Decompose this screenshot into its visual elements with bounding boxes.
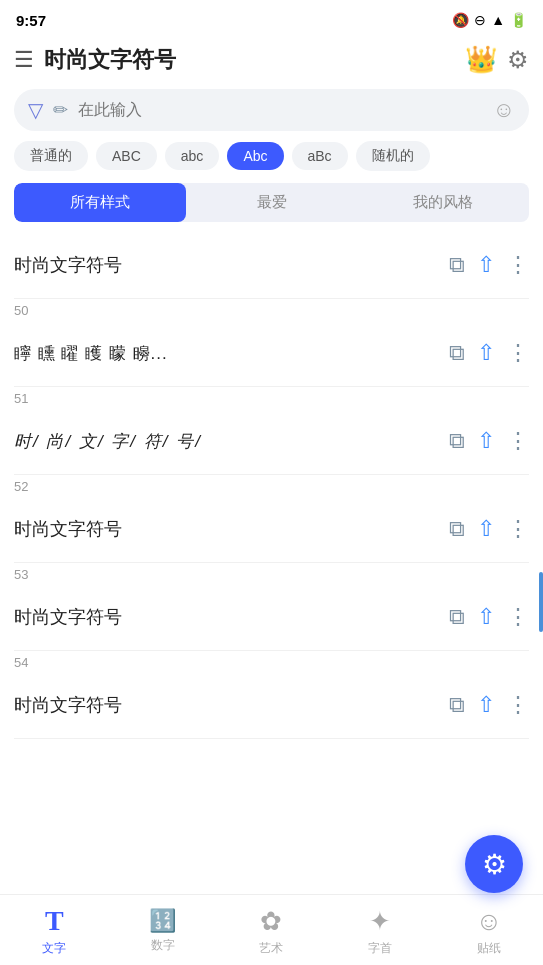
list-item-actions: ⧉ ⇧ ⋮ — [449, 692, 529, 718]
more-icon[interactable]: ⋮ — [507, 340, 529, 366]
page-title: 时尚文字符号 — [44, 45, 455, 75]
list-item-actions: ⧉ ⇧ ⋮ — [449, 252, 529, 278]
copy-icon[interactable]: ⧉ — [449, 252, 465, 278]
emoji-icon[interactable]: ☺ — [493, 97, 515, 123]
nav-item-initials[interactable]: ✦ 字首 — [326, 896, 435, 965]
numbers-icon: 🔢 — [149, 908, 176, 934]
fab-button[interactable]: ⚙ — [465, 835, 523, 893]
search-bar: ▽ ✏ ☺ — [14, 89, 529, 131]
more-icon[interactable]: ⋮ — [507, 428, 529, 454]
list-item-text: 时尚文字符号 — [14, 693, 443, 717]
share-icon[interactable]: ⇧ — [477, 692, 495, 718]
crown-icon[interactable]: 👑 — [465, 44, 497, 75]
section-header-50: 50 — [0, 299, 543, 320]
share-icon[interactable]: ⇧ — [477, 516, 495, 542]
status-time: 9:57 — [16, 12, 46, 29]
list-item-actions: ⧉ ⇧ ⋮ — [449, 428, 529, 454]
list-item: 时尚文字符号 ⧉ ⇧ ⋮ — [0, 584, 543, 650]
text-icon: T — [45, 905, 64, 937]
list-item-actions: ⧉ ⇧ ⋮ — [449, 340, 529, 366]
list-item-actions: ⧉ ⇧ ⋮ — [449, 516, 529, 542]
share-icon[interactable]: ⇧ — [477, 340, 495, 366]
chip-abc-title[interactable]: Abc — [227, 142, 283, 170]
list-item: 矃 矄 矅 矆 矇 矈... ⧉ ⇧ ⋮ — [0, 320, 543, 386]
copy-icon[interactable]: ⧉ — [449, 692, 465, 718]
main-content: 时尚文字符号 ⧉ ⇧ ⋮ 50 矃 矄 矅 矆 矇 矈... ⧉ ⇧ ⋮ 51 … — [0, 232, 543, 819]
share-icon[interactable]: ⇧ — [477, 428, 495, 454]
battery-icon: 🔋 — [510, 12, 527, 28]
minus-circle-icon: ⊖ — [474, 12, 486, 28]
more-icon[interactable]: ⋮ — [507, 604, 529, 630]
tab-all-styles[interactable]: 所有样式 — [14, 183, 186, 222]
nav-label-initials: 字首 — [368, 940, 392, 957]
chip-abc-camel[interactable]: aBc — [292, 142, 348, 170]
nav-item-art[interactable]: ✿ 艺术 — [217, 896, 326, 965]
list-item-text: 时/ 尚/ 文/ 字/ 符/ 号/ — [14, 430, 443, 453]
list-item: 时/ 尚/ 文/ 字/ 符/ 号/ ⧉ ⇧ ⋮ — [0, 408, 543, 474]
wifi-icon: ▲ — [491, 12, 505, 28]
nav-label-numbers: 数字 — [151, 937, 175, 954]
bottom-nav: T 文字 🔢 数字 ✿ 艺术 ✦ 字首 ☺ 贴纸 — [0, 894, 543, 965]
top-bar: ☰ 时尚文字符号 👑 ⚙ — [0, 36, 543, 83]
more-icon[interactable]: ⋮ — [507, 692, 529, 718]
list-item-actions: ⧉ ⇧ ⋮ — [449, 604, 529, 630]
scroll-indicator — [539, 572, 543, 632]
filter-icon[interactable]: ▽ — [28, 98, 43, 122]
nav-item-numbers[interactable]: 🔢 数字 — [109, 898, 218, 962]
nav-item-text[interactable]: T 文字 — [0, 895, 109, 965]
fab-settings-icon: ⚙ — [482, 848, 507, 881]
chip-abc-lower[interactable]: abc — [165, 142, 220, 170]
share-icon[interactable]: ⇧ — [477, 252, 495, 278]
list-item-content: 时尚文字符号 — [14, 517, 443, 541]
copy-icon[interactable]: ⧉ — [449, 604, 465, 630]
copy-icon[interactable]: ⧉ — [449, 428, 465, 454]
divider — [14, 738, 529, 739]
more-icon[interactable]: ⋮ — [507, 516, 529, 542]
initials-icon: ✦ — [369, 906, 391, 937]
art-icon: ✿ — [260, 906, 282, 937]
menu-icon[interactable]: ☰ — [14, 47, 34, 73]
list-item: 时尚文字符号 ⧉ ⇧ ⋮ — [0, 672, 543, 738]
list-item-content: 时/ 尚/ 文/ 字/ 符/ 号/ — [14, 430, 443, 453]
tab-favorites[interactable]: 最爱 — [186, 183, 358, 222]
nav-label-text: 文字 — [42, 940, 66, 957]
chip-normal[interactable]: 普通的 — [14, 141, 88, 171]
settings-icon[interactable]: ⚙ — [507, 46, 529, 74]
list-item-text: 时尚文字符号 — [14, 517, 443, 541]
list-item-content: 矃 矄 矅 矆 矇 矈... — [14, 342, 443, 365]
status-icons: 🔕 ⊖ ▲ 🔋 — [452, 12, 527, 28]
list-item: 时尚文字符号 ⧉ ⇧ ⋮ — [0, 496, 543, 562]
chip-random[interactable]: 随机的 — [356, 141, 430, 171]
list-item-text: 矃 矄 矅 矆 矇 矈... — [14, 342, 443, 365]
section-header-52: 52 — [0, 475, 543, 496]
list-item-content: 时尚文字符号 — [14, 693, 443, 717]
chip-abc-upper[interactable]: ABC — [96, 142, 157, 170]
stickers-icon: ☺ — [475, 906, 502, 937]
tabs-row: 所有样式 最爱 我的风格 — [14, 183, 529, 222]
list-item: 时尚文字符号 ⧉ ⇧ ⋮ — [0, 232, 543, 298]
copy-icon[interactable]: ⧉ — [449, 516, 465, 542]
status-bar: 9:57 🔕 ⊖ ▲ 🔋 — [0, 0, 543, 36]
section-header-51: 51 — [0, 387, 543, 408]
list-item-content: 时尚文字符号 — [14, 253, 443, 277]
search-input[interactable] — [78, 101, 483, 119]
edit-icon[interactable]: ✏ — [53, 99, 68, 121]
list-item-text: 时尚文字符号 — [14, 605, 443, 629]
bell-slash-icon: 🔕 — [452, 12, 469, 28]
section-header-54: 54 — [0, 651, 543, 672]
list-item-title: 时尚文字符号 — [14, 253, 443, 277]
nav-item-stickers[interactable]: ☺ 贴纸 — [434, 896, 543, 965]
tab-my-style[interactable]: 我的风格 — [357, 183, 529, 222]
more-icon[interactable]: ⋮ — [507, 252, 529, 278]
copy-icon[interactable]: ⧉ — [449, 340, 465, 366]
share-icon[interactable]: ⇧ — [477, 604, 495, 630]
list-item-content: 时尚文字符号 — [14, 605, 443, 629]
nav-label-stickers: 贴纸 — [477, 940, 501, 957]
section-header-53: 53 — [0, 563, 543, 584]
nav-label-art: 艺术 — [259, 940, 283, 957]
filter-chips: 普通的 ABC abc Abc aBc 随机的 — [0, 141, 543, 183]
